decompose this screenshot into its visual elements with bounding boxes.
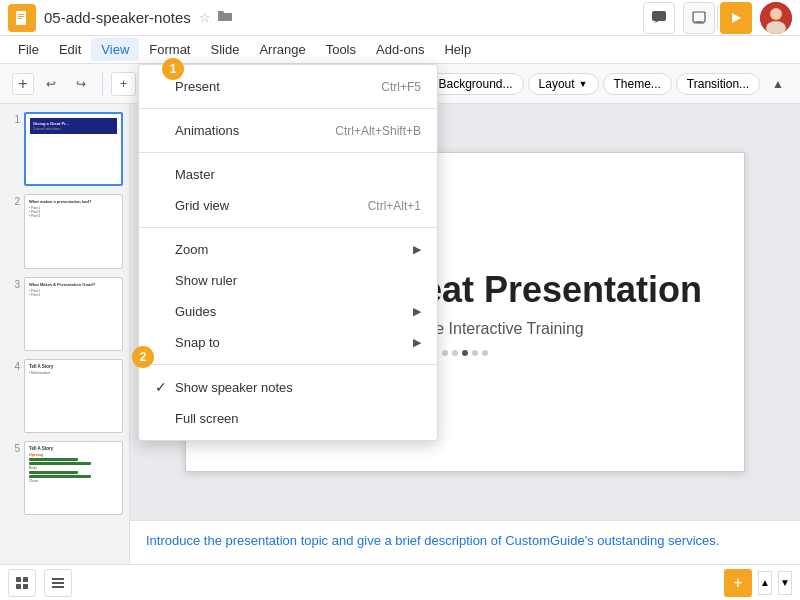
present-label: Present	[175, 79, 220, 94]
svg-rect-15	[52, 582, 64, 584]
slideshow-button[interactable]	[720, 2, 752, 34]
slide-thumb-5[interactable]: 5 Tell A Story Opening Body Close	[6, 441, 123, 515]
toolbar-right: Background... Layout ▼ Theme... Transiti…	[428, 73, 793, 95]
slide-thumb-1[interactable]: 1 Giving a Great Pr... CustomGuide Inter…	[6, 112, 123, 186]
speaker-notes-check: ✓	[155, 379, 175, 395]
dropdown-fullscreen[interactable]: Full screen	[139, 403, 437, 434]
add-icon-button[interactable]: +	[724, 569, 752, 597]
slide-preview-1[interactable]: Giving a Great Pr... CustomGuide Intera.…	[24, 112, 123, 186]
scroll-down-button[interactable]: ▼	[778, 571, 792, 595]
menu-tools[interactable]: Tools	[316, 38, 366, 61]
undo-button[interactable]: ↩	[38, 73, 64, 95]
menu-view[interactable]: View	[91, 38, 139, 61]
svg-rect-16	[52, 586, 64, 588]
gridview-shortcut: Ctrl+Alt+1	[368, 199, 421, 213]
dropdown-master[interactable]: Master	[139, 159, 437, 190]
guides-arrow-icon: ▶	[413, 305, 421, 318]
slide-preview-5[interactable]: Tell A Story Opening Body Close	[24, 441, 123, 515]
guides-label: Guides	[175, 304, 216, 319]
present-shortcut: Ctrl+F5	[381, 80, 421, 94]
layout-button[interactable]: Layout ▼	[528, 73, 599, 95]
animations-label: Animations	[175, 123, 239, 138]
svg-rect-3	[18, 18, 22, 19]
svg-marker-6	[732, 13, 741, 23]
slide-thumb-3[interactable]: 3 What Makes A Presentation Good? • Poin…	[6, 277, 123, 351]
slide-dot-4[interactable]	[472, 350, 478, 356]
menu-arrange[interactable]: Arrange	[249, 38, 315, 61]
view-dropdown-menu: Present Ctrl+F5 Animations Ctrl+Alt+Shif…	[138, 64, 438, 441]
dropdown-gridview[interactable]: Grid view Ctrl+Alt+1	[139, 190, 437, 221]
slide-dot-5[interactable]	[482, 350, 488, 356]
comments-button[interactable]	[643, 2, 675, 34]
snapto-arrow-icon: ▶	[413, 336, 421, 349]
slide-dot-2[interactable]	[452, 350, 458, 356]
add-slide-button[interactable]: +	[12, 73, 34, 95]
svg-point-8	[770, 8, 782, 20]
ruler-label: Show ruler	[175, 273, 237, 288]
slide-dot-1[interactable]	[442, 350, 448, 356]
dropdown-guides[interactable]: Guides ▶	[139, 296, 437, 327]
background-label: Background...	[439, 77, 513, 91]
slide-navigation-dots	[442, 350, 488, 356]
dropdown-speaker-notes[interactable]: ✓ Show speaker notes	[139, 371, 437, 403]
transition-button[interactable]: Transition...	[676, 73, 760, 95]
slide-dot-3[interactable]	[462, 350, 468, 356]
redo-button[interactable]: ↪	[68, 73, 94, 95]
svg-rect-14	[52, 578, 64, 580]
menu-addons[interactable]: Add-ons	[366, 38, 434, 61]
top-bar: 05-add-speaker-notes ☆	[0, 0, 800, 36]
star-icon[interactable]: ☆	[199, 10, 211, 25]
notes-text: Introduce the presentation topic and giv…	[146, 533, 719, 548]
dropdown-snapto[interactable]: Snap to ▶	[139, 327, 437, 358]
dropdown-present[interactable]: Present Ctrl+F5	[139, 71, 437, 102]
toolbar-separator-1	[102, 72, 103, 96]
menu-slide[interactable]: Slide	[200, 38, 249, 61]
badge-1: 1	[162, 58, 184, 80]
svg-rect-12	[16, 584, 21, 589]
collapse-button[interactable]: ▲	[764, 73, 792, 95]
svg-rect-10	[16, 577, 21, 582]
theme-button[interactable]: Theme...	[603, 73, 672, 95]
bottom-bar: + ▲ ▼	[0, 564, 800, 600]
zoom-arrow-icon: ▶	[413, 243, 421, 256]
separator-1	[139, 108, 437, 109]
separator-4	[139, 364, 437, 365]
menu-file[interactable]: File	[8, 38, 49, 61]
list-view-button[interactable]	[44, 569, 72, 597]
doc-icon	[8, 4, 36, 32]
svg-rect-11	[23, 577, 28, 582]
menu-bar: File Edit View 1 Format Slide Arrange To…	[0, 36, 800, 64]
slide-num-3: 3	[6, 277, 20, 290]
slide-num-5: 5	[6, 441, 20, 454]
master-label: Master	[175, 167, 215, 182]
slide-preview-4[interactable]: Tell A Story • Build narrative	[24, 359, 123, 433]
dropdown-animations[interactable]: Animations Ctrl+Alt+Shift+B	[139, 115, 437, 146]
svg-rect-2	[18, 16, 24, 17]
slide-preview-3[interactable]: What Makes A Presentation Good? • Point …	[24, 277, 123, 351]
dropdown-zoom[interactable]: Zoom ▶	[139, 234, 437, 265]
background-button[interactable]: Background...	[428, 73, 524, 95]
layout-arrow-icon: ▼	[579, 79, 588, 89]
folder-icon[interactable]	[217, 9, 233, 26]
bottom-right: + ▲ ▼	[724, 569, 792, 597]
zoom-label: Zoom	[175, 242, 208, 257]
menu-help[interactable]: Help	[434, 38, 481, 61]
grid-view-button[interactable]	[8, 569, 36, 597]
add-button[interactable]: +	[111, 72, 136, 96]
slides-panel: 1 Giving a Great Pr... CustomGuide Inter…	[0, 104, 130, 600]
transition-label: Transition...	[687, 77, 749, 91]
snapto-label: Snap to	[175, 335, 220, 350]
theme-label: Theme...	[614, 77, 661, 91]
present-button[interactable]	[683, 2, 715, 34]
scroll-up-button[interactable]: ▲	[758, 571, 772, 595]
dropdown-ruler[interactable]: Show ruler	[139, 265, 437, 296]
badge-2: 2	[132, 346, 154, 368]
slide-thumb-4[interactable]: 4 Tell A Story • Build narrative	[6, 359, 123, 433]
gridview-label: Grid view	[175, 198, 229, 213]
menu-edit[interactable]: Edit	[49, 38, 91, 61]
user-avatar[interactable]	[760, 2, 792, 34]
slide-preview-2[interactable]: What makes a presentation bad? • Point 1…	[24, 194, 123, 268]
svg-rect-13	[23, 584, 28, 589]
slide-num-4: 4	[6, 359, 20, 372]
slide-thumb-2[interactable]: 2 What makes a presentation bad? • Point…	[6, 194, 123, 268]
